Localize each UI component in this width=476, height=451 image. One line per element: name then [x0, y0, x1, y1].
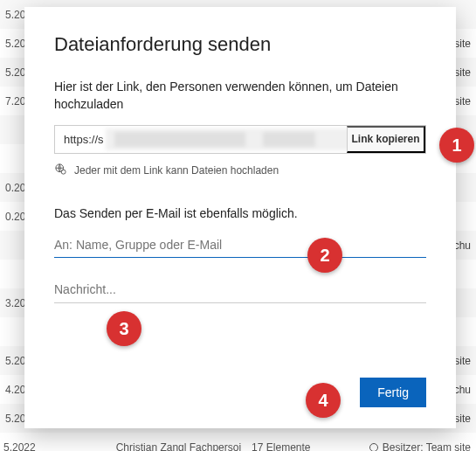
svg-point-2 [61, 170, 66, 174]
file-request-dialog: Dateianforderung senden Hier ist der Lin… [24, 7, 456, 428]
recipient-input[interactable] [54, 232, 426, 258]
message-input[interactable] [54, 277, 426, 303]
link-url-text: https://s [64, 133, 104, 146]
redacted-overlay [106, 128, 347, 150]
link-row: https://s Link kopieren [54, 125, 426, 154]
dialog-title: Dateianforderung senden [54, 33, 426, 56]
done-button[interactable]: Fertig [360, 378, 426, 407]
link-intro-text: Hier ist der Link, den Personen verwende… [54, 79, 426, 113]
copy-link-button[interactable]: Link kopieren [347, 126, 425, 153]
email-intro-text: Das Senden per E-Mail ist ebenfalls mögl… [54, 206, 426, 220]
svg-point-0 [369, 443, 377, 451]
dialog-footer: Fertig [360, 378, 426, 407]
link-url-box[interactable]: https://s [55, 126, 347, 153]
permission-text: Jeder mit dem Link kann Dateien hochlade… [74, 164, 279, 177]
globe-settings-icon [54, 163, 67, 178]
permission-row[interactable]: Jeder mit dem Link kann Dateien hochlade… [54, 163, 426, 178]
